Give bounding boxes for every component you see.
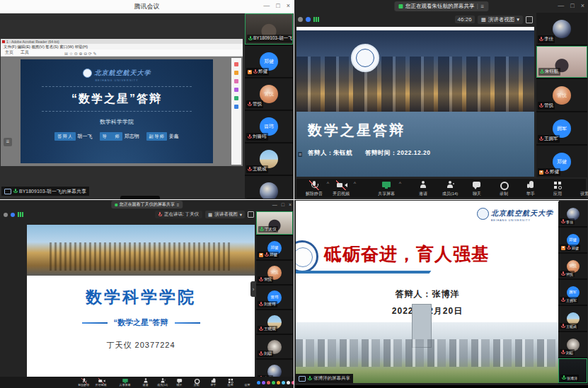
meeting-info-icon[interactable] — [11, 213, 15, 217]
acrobat-title: 1 - Adobe Acrobat Reader (64-bit) — [6, 40, 59, 44]
acrobat-menu-items[interactable]: 文件(F) 编辑(E) 视图(V) 签名(S) 窗口(W) 帮助(H) — [4, 45, 88, 49]
shield-icon[interactable] — [4, 213, 8, 217]
fullscreen-icon[interactable] — [248, 211, 254, 218]
participant-tile[interactable]: 王晓成 — [558, 306, 587, 331]
participant-tile[interactable]: 丁天仪 — [256, 211, 293, 235]
participant-tile[interactable]: 晋玮 刘晋玮 — [256, 286, 293, 309]
fullscreen-icon[interactable] — [526, 16, 533, 23]
slide-title: “数学之星”答辩 — [114, 317, 168, 328]
maximize-icon[interactable]: □ — [282, 202, 284, 207]
tool-icon[interactable] — [234, 105, 238, 109]
participant-tile[interactable]: 管悦 管悦 — [558, 254, 587, 278]
mic-status-icon — [259, 327, 263, 331]
toolbar-button[interactable]: 录制 ^ — [189, 378, 204, 387]
toolbar-button[interactable]: 应用 ^ — [223, 378, 238, 387]
toolbar-button[interactable]: 成员(14) ^ — [155, 378, 170, 387]
share-control-pill[interactable] — [120, 196, 160, 199]
meeting-info-icon[interactable] — [306, 17, 311, 22]
participant-tile[interactable]: 晋玮 刘晋玮 — [245, 111, 293, 142]
toolbar-button[interactable]: 解除静音 ^ — [304, 180, 325, 197]
toolbar-button[interactable]: 共享屏幕 ^ — [376, 180, 397, 197]
caret-up-icon[interactable]: ^ — [399, 181, 401, 186]
shared-slide: 数学之星答辩 答辩人：朱钰航 答辩时间：2022.12.20 ≡ — [296, 27, 534, 177]
participant-tile[interactable]: 郑健 郑健 — [536, 146, 587, 177]
tool-icon[interactable] — [234, 71, 238, 75]
participant-list: 丁天仪 郑健 郑健 管悦 管悦 晋玮 — [256, 211, 293, 377]
banner-menu-icon[interactable]: ≡ — [177, 203, 180, 207]
tool-icon[interactable] — [234, 96, 238, 100]
tab-home[interactable]: 主页 — [5, 49, 13, 56]
toolbar-button[interactable]: 设置 ^ — [574, 180, 588, 197]
close-icon[interactable]: × — [289, 202, 292, 207]
participant-tile[interactable]: 王晓成 — [245, 143, 293, 175]
participant-panel-collapse-handle[interactable]: › — [250, 281, 256, 297]
acrobat-tools-panel[interactable] — [231, 58, 241, 165]
participant-tile[interactable]: 拥军 王拥军 — [558, 280, 587, 305]
caret-up-icon[interactable]: ^ — [354, 181, 356, 186]
view-mode-dropdown[interactable]: ▦ 演讲者视图 ▾ — [205, 211, 245, 218]
toolbar-button[interactable]: 举手 ^ — [206, 378, 221, 387]
toolbar-button[interactable]: 解除静音 ^ — [76, 378, 91, 387]
toolbar-button[interactable]: 共享屏幕 ^ — [117, 378, 132, 387]
system-tray-icons[interactable] — [257, 381, 294, 384]
participant-tile[interactable]: 管悦 管悦 — [536, 79, 587, 111]
participant-tile[interactable]: 李佳 — [536, 13, 587, 45]
toolbar-button[interactable]: 应用 ^ — [547, 180, 568, 197]
toolbar-button[interactable]: 邀请 ^ — [413, 180, 434, 197]
acrobat-menubar[interactable]: 文件(F) 编辑(E) 视图(V) 签名(S) 窗口(W) 帮助(H) — [1, 44, 243, 49]
toolbar-button[interactable]: 聊天 ^ — [466, 180, 488, 197]
tool-icon[interactable] — [234, 88, 238, 92]
participant-tile[interactable]: 刘聪 — [256, 335, 293, 358]
participant-tile[interactable]: BY1809103-胡一飞 — [245, 13, 293, 45]
participant-tile[interactable]: 管悦 管悦 — [245, 78, 293, 110]
tab-tools[interactable]: 工具 — [21, 49, 29, 56]
participant-tile[interactable]: 郑健 郑健 — [558, 228, 587, 252]
participant-name: 王拥军 — [544, 136, 558, 142]
participant-tile[interactable]: 朱钰航 — [536, 46, 587, 78]
toolbar-button[interactable]: 开启视频 ^ — [93, 378, 108, 387]
acrobat-document-area: 北京航空航天大学 BEIHANG UNIVERSITY “数学之星”答辩 数学科… — [1, 57, 243, 166]
participant-name: 王晓成 — [566, 324, 577, 329]
close-icon[interactable]: × — [287, 2, 290, 9]
tool-icon[interactable] — [234, 62, 238, 66]
participant-tile[interactable]: 拥军 王拥军 — [536, 112, 587, 144]
toolbar-button[interactable]: 开启视频 ^ — [330, 180, 352, 197]
minimize-icon[interactable]: — — [558, 2, 564, 9]
participant-tile[interactable]: 张博洋 — [558, 358, 587, 383]
participant-tile[interactable]: 刘聪 — [558, 332, 587, 357]
minimize-icon[interactable]: — — [263, 2, 270, 9]
university-name-en: BEIHANG UNIVERSITY — [491, 219, 553, 222]
network-signal-icon — [313, 17, 319, 22]
sidebar-toggle-icon[interactable]: ≡ — [4, 138, 12, 146]
maximize-icon[interactable]: □ — [276, 2, 279, 9]
shield-icon[interactable] — [298, 17, 303, 22]
pdf-sidebar-icon: ≡ — [298, 152, 302, 157]
tool-icon[interactable] — [234, 79, 238, 83]
banner-menu-icon[interactable]: ≡ — [480, 4, 484, 10]
avatar-initials: 管悦 — [569, 264, 577, 269]
toolbar-button[interactable]: 录制 ^ — [493, 180, 514, 197]
participant-name: 管悦 — [566, 272, 573, 276]
toolbar-button[interactable]: 成员(14) ^ — [439, 180, 461, 197]
active-speaker-indicator: 正在讲话: 丁天仪 — [155, 211, 202, 218]
participant-tile[interactable]: 郑健 郑健 — [245, 46, 293, 77]
role-badge: 副 导 师 — [146, 132, 167, 141]
participant-tile[interactable]: 王晓成 — [256, 310, 293, 334]
participant-tile[interactable]: 管悦 管悦 — [256, 261, 293, 284]
toolbar-button[interactable]: 邀请 ^ — [138, 378, 153, 387]
toolbar-button[interactable]: 设置 ^ — [240, 378, 255, 387]
minimize-icon[interactable]: — — [272, 202, 277, 207]
caret-up-icon[interactable]: ^ — [327, 181, 329, 186]
window-titlebar[interactable]: 腾讯会议 — [0, 0, 294, 13]
participant-tile[interactable]: 李佳 — [558, 201, 587, 226]
view-mode-dropdown[interactable]: ▦ 演讲者视图 ▾ — [478, 16, 523, 24]
close-icon[interactable]: × — [581, 2, 584, 9]
participant-tile[interactable]: 李佳 — [256, 360, 293, 377]
participant-tile[interactable]: 李佳 — [245, 176, 293, 199]
participant-name: 李佳 — [544, 36, 553, 42]
toolbar-button[interactable]: 聊天 ^ — [172, 378, 187, 387]
toolbar-label: 解除静音 — [306, 191, 323, 197]
toolbar-button[interactable]: 举手 ^ — [520, 180, 541, 197]
participant-tile[interactable]: 郑健 郑健 — [256, 236, 293, 259]
maximize-icon[interactable]: □ — [570, 2, 574, 9]
